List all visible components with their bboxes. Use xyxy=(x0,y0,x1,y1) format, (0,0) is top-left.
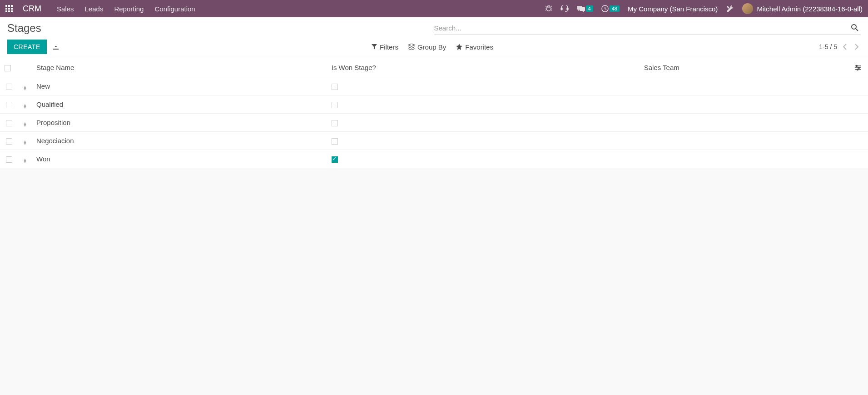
cell-stage-name: Proposition xyxy=(32,114,327,132)
row-checkbox[interactable] xyxy=(6,120,12,126)
page-title: Stages xyxy=(7,22,434,35)
filters-label: Filters xyxy=(380,43,398,51)
table-row[interactable]: ▲▼Qualified xyxy=(0,95,868,114)
row-checkbox[interactable] xyxy=(6,156,12,163)
pager-prev-icon[interactable] xyxy=(841,43,849,51)
is-won-checkbox[interactable] xyxy=(332,84,338,90)
header-is-won[interactable]: Is Won Stage? xyxy=(327,58,640,77)
cp-top: Stages xyxy=(7,22,861,35)
row-checkbox[interactable] xyxy=(6,102,12,108)
search-bar xyxy=(434,22,861,35)
pager-text[interactable]: 1-5 / 5 xyxy=(819,43,837,50)
cell-is-won xyxy=(327,132,640,150)
search-input[interactable] xyxy=(434,22,849,34)
table-row[interactable]: ▲▼Proposition xyxy=(0,114,868,132)
table-header-row: Stage Name Is Won Stage? Sales Team xyxy=(0,58,868,77)
cp-pager-group: 1-5 / 5 xyxy=(819,43,861,51)
activities-icon[interactable]: 48 xyxy=(601,5,620,12)
create-button[interactable]: CREATE xyxy=(7,40,47,54)
cell-sales-team xyxy=(640,95,850,114)
options-icon[interactable] xyxy=(854,64,863,71)
cell-is-won xyxy=(327,95,640,114)
table-row[interactable]: ▲▼Negociacion xyxy=(0,132,868,150)
nav-menu-leads[interactable]: Leads xyxy=(85,5,104,13)
tools-icon[interactable] xyxy=(726,5,734,13)
search-options: Filters Group By Favorites xyxy=(372,43,493,51)
activities-badge: 48 xyxy=(610,5,620,12)
nav-menu: Sales Leads Reporting Configuration xyxy=(57,5,195,13)
cell-stage-name: Negociacion xyxy=(32,132,327,150)
groupby-label: Group By xyxy=(417,43,446,51)
user-name: Mitchell Admin (22238384-16-0-all) xyxy=(757,5,863,13)
svg-point-6 xyxy=(857,69,858,70)
header-sales-team[interactable]: Sales Team xyxy=(640,58,850,77)
drag-handle-icon[interactable]: ▲▼ xyxy=(23,122,27,127)
messages-icon[interactable]: 4 xyxy=(577,5,593,12)
row-checkbox[interactable] xyxy=(6,84,12,90)
apps-icon[interactable] xyxy=(5,5,13,12)
table-row[interactable]: ▲▼Won xyxy=(0,150,868,168)
svg-point-5 xyxy=(858,67,860,68)
select-all-checkbox[interactable] xyxy=(5,65,11,71)
filter-icon xyxy=(372,44,377,50)
groupby-button[interactable]: Group By xyxy=(408,43,446,51)
header-options xyxy=(850,58,868,77)
star-icon xyxy=(456,44,462,50)
drag-handle-icon[interactable]: ▲▼ xyxy=(23,159,27,163)
svg-point-4 xyxy=(856,65,858,66)
import-icon[interactable] xyxy=(52,43,60,50)
bug-icon[interactable] xyxy=(545,5,552,12)
favorites-button[interactable]: Favorites xyxy=(456,43,493,51)
drag-handle-icon[interactable]: ▲▼ xyxy=(23,86,27,90)
cell-is-won xyxy=(327,114,640,132)
table-row[interactable]: ▲▼New xyxy=(0,77,868,95)
is-won-checkbox[interactable] xyxy=(332,102,338,108)
navbar-right: 4 48 My Company (San Francisco) Mitchell… xyxy=(545,3,863,14)
cell-sales-team xyxy=(640,150,850,168)
messages-badge: 4 xyxy=(586,5,593,12)
navbar-left: CRM Sales Leads Reporting Configuration xyxy=(5,4,195,14)
pager-next-icon[interactable] xyxy=(853,43,861,51)
cell-stage-name: New xyxy=(32,77,327,95)
nav-menu-sales[interactable]: Sales xyxy=(57,5,74,13)
favorites-label: Favorites xyxy=(465,43,493,51)
nav-menu-reporting[interactable]: Reporting xyxy=(114,5,144,13)
svg-rect-1 xyxy=(567,8,568,10)
is-won-checkbox[interactable] xyxy=(332,120,338,126)
company-selector[interactable]: My Company (San Francisco) xyxy=(628,5,718,13)
control-panel: Stages CREATE Filters Group By xyxy=(0,17,868,58)
cell-stage-name: Won xyxy=(32,150,327,168)
app-brand[interactable]: CRM xyxy=(23,4,41,14)
top-navbar: CRM Sales Leads Reporting Configuration … xyxy=(0,0,868,17)
avatar xyxy=(742,3,753,14)
nav-menu-configuration[interactable]: Configuration xyxy=(154,5,195,13)
cp-left-buttons: CREATE xyxy=(7,40,60,54)
cell-sales-team xyxy=(640,114,850,132)
phone-icon[interactable] xyxy=(560,5,569,12)
header-stage-name[interactable]: Stage Name xyxy=(32,58,327,77)
svg-rect-0 xyxy=(561,8,562,10)
cell-sales-team xyxy=(640,77,850,95)
cell-is-won xyxy=(327,150,640,168)
cell-sales-team xyxy=(640,132,850,150)
stages-table: Stage Name Is Won Stage? Sales Team ▲▼Ne… xyxy=(0,58,868,168)
filters-button[interactable]: Filters xyxy=(372,43,398,51)
header-checkbox-cell xyxy=(0,58,18,77)
cp-bottom: CREATE Filters Group By Favorites xyxy=(7,40,861,54)
search-icon[interactable] xyxy=(849,22,861,34)
user-menu[interactable]: Mitchell Admin (22238384-16-0-all) xyxy=(742,3,863,14)
layers-icon xyxy=(408,44,415,50)
is-won-checkbox[interactable] xyxy=(332,156,338,163)
cp-right: Filters Group By Favorites 1-5 / 5 xyxy=(60,43,861,51)
cell-is-won xyxy=(327,77,640,95)
svg-point-3 xyxy=(852,25,856,29)
drag-handle-icon[interactable]: ▲▼ xyxy=(23,140,27,145)
row-checkbox[interactable] xyxy=(6,138,12,145)
header-handle xyxy=(18,58,32,77)
is-won-checkbox[interactable] xyxy=(332,138,338,145)
drag-handle-icon[interactable]: ▲▼ xyxy=(23,104,27,109)
cell-stage-name: Qualified xyxy=(32,95,327,114)
